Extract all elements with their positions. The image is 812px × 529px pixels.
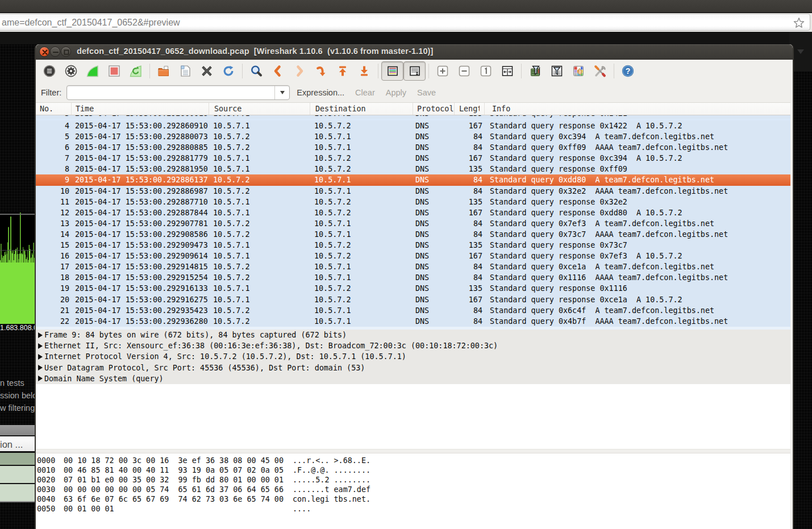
packet-row-selected[interactable]: 92015-04-17 15:53:00.29288613710.5.7.210… xyxy=(36,174,793,185)
clear-button[interactable]: Clear xyxy=(355,88,375,97)
expander-triangle-icon[interactable] xyxy=(38,332,43,338)
cell-dst: 10.5.7.2 xyxy=(310,240,413,251)
filter-dropdown-button[interactable] xyxy=(274,86,289,99)
list-interfaces-button[interactable] xyxy=(39,61,60,81)
packet-row[interactable]: 112015-04-17 15:53:00.29288771010.5.7.11… xyxy=(36,197,793,207)
window-titlebar[interactable]: defcon_ctf_20150417_0652_download.pcap [… xyxy=(36,44,793,60)
column-header-no[interactable]: No. xyxy=(36,103,72,115)
packet-row[interactable]: 212015-04-17 15:53:00.29293542310.5.7.21… xyxy=(36,305,793,316)
column-header-info[interactable]: Info xyxy=(485,103,793,115)
expander-triangle-icon[interactable] xyxy=(38,343,43,349)
packet-detail-row[interactable]: User Datagram Protocol, Src Port: 45536 … xyxy=(36,363,793,373)
packet-row[interactable]: 122015-04-17 15:53:00.29288784410.5.7.11… xyxy=(36,207,793,218)
packet-row[interactable]: 182015-04-17 15:53:00.29291525410.5.7.21… xyxy=(36,272,793,283)
column-header-destination[interactable]: Destination xyxy=(310,103,413,115)
capture-stop-button[interactable] xyxy=(103,61,125,81)
hex-dump-line[interactable]: 001000 46 85 81 40 00 40 11 93 19 0a 05 … xyxy=(36,465,793,475)
packet-row[interactable]: 102015-04-17 15:53:00.29288698710.5.7.21… xyxy=(36,186,793,197)
expander-triangle-icon[interactable] xyxy=(38,376,43,381)
cell-src: 10.5.7.1 xyxy=(209,207,310,218)
column-header-length[interactable]: Length xyxy=(455,103,485,115)
packet-row[interactable]: 142015-04-17 15:53:00.29290858610.5.7.21… xyxy=(36,229,793,240)
resize-columns-button[interactable] xyxy=(497,61,518,81)
packet-row[interactable]: 72015-04-17 15:53:00.29288177910.5.7.110… xyxy=(36,153,793,164)
packet-detail-row[interactable]: Domain Name System (query) xyxy=(36,373,793,384)
auto-scroll-button[interactable] xyxy=(403,61,426,81)
open-capture-file-button[interactable] xyxy=(153,61,174,81)
packet-row[interactable]: 162015-04-17 15:53:00.29290961410.5.7.11… xyxy=(36,251,793,261)
capture-options-button[interactable] xyxy=(60,61,82,81)
colorize-icon xyxy=(386,64,399,78)
hex-dump-line[interactable]: 002007 01 b1 e0 00 35 00 32 99 fb dd 80 … xyxy=(36,475,793,485)
packet-row[interactable]: 52015-04-17 15:53:00.29288007310.5.7.210… xyxy=(36,131,793,142)
reload-capture-file-button[interactable] xyxy=(218,61,239,81)
window-minimize-button[interactable] xyxy=(50,47,60,57)
packet-list-header: No. Time Source Destination Protocol Len… xyxy=(36,102,793,115)
hex-dump-line[interactable]: 003000 00 00 00 00 00 05 74 65 61 6d 37 … xyxy=(36,485,793,494)
column-header-time[interactable]: Time xyxy=(72,103,209,115)
packet-detail-row[interactable]: Internet Protocol Version 4, Src: 10.5.7… xyxy=(36,351,793,362)
packet-row[interactable]: 132015-04-17 15:53:00.29290778110.5.7.21… xyxy=(36,218,793,229)
find-packet-button[interactable] xyxy=(245,61,267,81)
cell-info: Standard query response 0x7ef3 A 10.5.7.… xyxy=(485,251,793,261)
packet-row[interactable]: 82015-04-17 15:53:00.29288195010.5.7.110… xyxy=(36,164,793,174)
filter-input[interactable] xyxy=(66,85,290,100)
packet-detail-row[interactable]: Ethernet II, Src: Xensourc_ef:36:38 (00:… xyxy=(36,340,793,351)
go-to-top-icon xyxy=(336,64,349,78)
display-filters-button[interactable] xyxy=(546,61,568,81)
scrollbar-gutter[interactable] xyxy=(790,102,793,529)
cell-proto: DNS xyxy=(413,283,455,294)
cell-dst: 10.5.7.2 xyxy=(310,207,413,218)
apply-button[interactable]: Apply xyxy=(386,88,406,97)
packet-detail-row[interactable]: Frame 9: 84 bytes on wire (672 bits), 84… xyxy=(36,330,793,340)
bookmark-star-icon[interactable] xyxy=(793,16,805,29)
packet-row[interactable]: 222015-04-17 15:53:00.29293628010.5.7.21… xyxy=(36,316,793,327)
expander-triangle-icon[interactable] xyxy=(38,365,43,370)
packet-row[interactable]: 42015-04-17 15:53:00.29286091010.5.7.110… xyxy=(36,120,793,131)
hex-dump-line[interactable]: 004063 6f 6e 07 6c 65 67 69 74 62 73 03 … xyxy=(36,494,793,504)
packet-row[interactable]: 62015-04-17 15:53:00.29288088510.5.7.210… xyxy=(36,142,793,153)
cell-info: Standard query 0xce1a A team7.defcon.leg… xyxy=(485,261,793,272)
go-back-button[interactable] xyxy=(267,61,289,81)
go-to-top-button[interactable] xyxy=(332,61,353,81)
packet-row[interactable]: 172015-04-17 15:53:00.29291481510.5.7.21… xyxy=(36,261,793,272)
coloring-rules-button[interactable] xyxy=(568,61,589,81)
hex-dump-line[interactable]: 000000 10 18 72 00 3c 00 16 3e ef 36 38 … xyxy=(36,456,793,465)
packet-row[interactable]: 192015-04-17 15:53:00.29291613310.5.7.11… xyxy=(36,283,793,294)
save-button[interactable]: Save xyxy=(417,88,436,97)
hex-dump-line[interactable]: 005000 01 00 01.... xyxy=(36,504,793,514)
capture-start-button[interactable] xyxy=(82,61,103,81)
cell-proto: DNS xyxy=(413,115,455,119)
close-capture-file-button[interactable] xyxy=(196,61,218,81)
pane-separator[interactable] xyxy=(36,449,793,453)
cell-time: 2015-04-17 15:53:00.292881779 xyxy=(72,153,209,164)
window-close-button[interactable] xyxy=(39,47,49,57)
normal-size-button[interactable] xyxy=(475,61,497,81)
go-to-bottom-button[interactable] xyxy=(353,61,375,81)
column-header-source[interactable]: Source xyxy=(209,103,310,115)
go-to-packet-button[interactable] xyxy=(310,61,332,81)
cell-time: 2015-04-17 15:53:00.292880073 xyxy=(72,131,209,142)
go-forward-button[interactable] xyxy=(289,61,310,81)
packet-row[interactable]: 202015-04-17 15:53:00.29291627510.5.7.11… xyxy=(36,294,793,305)
window-maximize-button[interactable] xyxy=(61,47,71,57)
save-capture-file-button[interactable] xyxy=(174,61,196,81)
preferences-button[interactable] xyxy=(589,61,611,81)
capture-filters-button[interactable] xyxy=(524,61,546,81)
cell-dst: 10.5.7.1 xyxy=(310,218,413,229)
packet-row[interactable]: 152015-04-17 15:53:00.29290947310.5.7.11… xyxy=(36,240,793,251)
zoom-out-button[interactable] xyxy=(453,61,475,81)
url-field[interactable]: ame=defcon_ctf_20150417_0652&#preview xyxy=(0,14,810,31)
colorize-packet-list-button[interactable] xyxy=(381,61,403,81)
cell-dst: 10.5.7.1 xyxy=(310,261,413,272)
cell-src: 10.5.7.2 xyxy=(209,305,310,316)
expression-button[interactable]: Expression... xyxy=(297,88,344,97)
help-button[interactable]: ? xyxy=(617,61,639,81)
expander-triangle-icon[interactable] xyxy=(38,354,43,360)
zoom-in-button[interactable] xyxy=(432,61,453,81)
cell-src: 10.5.7.2 xyxy=(209,272,310,283)
packet-row-partial[interactable]: 32015-04-17 15:53:00.29286061810.5.7.110… xyxy=(36,115,793,120)
packet-row[interactable]: 32015-04-17 15:53:00.29286061810.5.7.110… xyxy=(36,115,793,119)
capture-restart-button[interactable] xyxy=(125,61,147,81)
column-header-protocol[interactable]: Protocol xyxy=(413,103,455,115)
